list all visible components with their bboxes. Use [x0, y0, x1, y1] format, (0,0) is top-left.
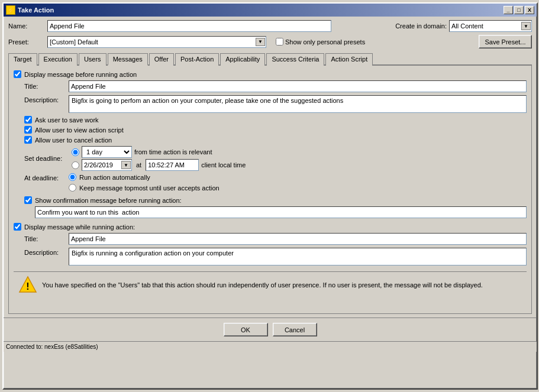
window-title: Take Action — [18, 7, 54, 14]
ask-save-checkbox[interactable] — [24, 116, 32, 124]
title2-label: Title: — [24, 235, 69, 242]
keep-topmost-radio[interactable] — [69, 184, 76, 192]
status-bar: Connected to: nexEss (e8Satilities) — [4, 341, 537, 352]
show-personal-checkbox-row[interactable]: Show only personal presets — [276, 38, 365, 46]
tab-success-criteria[interactable]: Success Criteria — [266, 53, 324, 66]
description2-label: Description: — [24, 248, 69, 256]
tab-target[interactable]: Target — [8, 53, 37, 66]
save-preset-button[interactable]: Save Preset... — [479, 35, 532, 48]
tab-content-messages: Display message before running action Ti… — [8, 66, 532, 314]
show-personal-checkbox[interactable] — [276, 38, 283, 46]
display-before-label: Display message before running action — [24, 71, 137, 78]
display-while-checkbox[interactable] — [14, 223, 21, 231]
minimize-button[interactable]: _ — [504, 6, 513, 14]
deadline-date-input[interactable] — [82, 159, 132, 171]
confirm-text-input[interactable] — [35, 206, 527, 218]
deadline-at-label: at — [136, 161, 141, 169]
window-icon: ⚡ — [6, 5, 15, 15]
deadline-radio-relative[interactable] — [72, 148, 79, 156]
allow-cancel-label: Allow user to cancel action — [35, 137, 112, 144]
tab-post-action[interactable]: Post-Action — [175, 53, 219, 66]
run-auto-label: Run action automatically — [79, 174, 150, 181]
status-text: Connected to: nexEss (e8Satilities) — [6, 344, 98, 350]
deadline-time-suffix-label: client local time — [201, 161, 246, 169]
title-input[interactable] — [69, 80, 527, 92]
deadline-suffix-label: from time action is relevant — [134, 148, 212, 155]
close-button[interactable]: X — [525, 6, 534, 14]
tab-applicability[interactable]: Applicability — [220, 53, 265, 66]
tab-bar: Target Execution Users Messages Offer Po… — [8, 52, 532, 66]
ask-save-label: Ask user to save work — [35, 116, 99, 124]
warning-icon: ! — [18, 276, 37, 294]
tab-action-script[interactable]: Action Script — [325, 53, 373, 66]
create-domain-label: Create in domain: — [395, 22, 447, 30]
run-auto-radio[interactable] — [69, 173, 76, 181]
keep-topmost-label: Keep message topmost until user accepts … — [79, 184, 220, 192]
create-domain-input[interactable] — [449, 20, 532, 32]
deadline-duration-dropdown[interactable]: 1 day — [82, 146, 132, 158]
description-textarea[interactable]: Bigfix is going to perfom an action on y… — [69, 95, 527, 113]
description2-textarea[interactable]: Bigfix is running a configuration action… — [69, 248, 527, 265]
show-confirm-checkbox[interactable] — [24, 196, 32, 204]
restore-button[interactable]: □ — [514, 6, 524, 14]
tab-users[interactable]: Users — [79, 53, 106, 66]
tab-messages[interactable]: Messages — [108, 53, 148, 66]
display-before-checkbox[interactable] — [14, 70, 21, 78]
cancel-button[interactable]: Cancel — [273, 323, 317, 336]
allow-view-label: Allow user to view action script — [35, 127, 124, 134]
svg-text:!: ! — [26, 281, 29, 291]
preset-input[interactable] — [47, 36, 266, 48]
title-bar: ⚡ Take Action _ □ X — [4, 4, 537, 17]
tab-execution[interactable]: Execution — [38, 53, 78, 66]
preset-label: Preset: — [8, 38, 44, 46]
allow-view-checkbox[interactable] — [24, 126, 32, 134]
title2-input[interactable] — [69, 233, 527, 245]
name-input[interactable] — [47, 20, 331, 32]
allow-cancel-checkbox[interactable] — [24, 136, 32, 144]
deadline-time-input[interactable] — [146, 159, 199, 171]
show-confirm-label: Show confirmation message before running… — [35, 197, 182, 204]
description-label: Description: — [24, 95, 69, 103]
ok-button[interactable]: OK — [224, 323, 268, 336]
warning-bar: ! You have specified on the "Users" tab … — [14, 271, 527, 298]
show-personal-label: Show only personal presets — [285, 38, 365, 46]
display-while-label: Display message while running action: — [24, 223, 135, 231]
deadline-radio-absolute[interactable] — [72, 161, 79, 169]
name-label: Name: — [8, 22, 44, 30]
tab-offer[interactable]: Offer — [149, 53, 174, 66]
title-label: Title: — [24, 83, 69, 90]
at-deadline-label: At deadline: — [24, 173, 69, 182]
bottom-buttons: OK Cancel — [4, 318, 537, 341]
warning-text: You have specified on the "Users" tab th… — [42, 281, 483, 289]
set-deadline-label: Set deadline: — [24, 155, 72, 162]
